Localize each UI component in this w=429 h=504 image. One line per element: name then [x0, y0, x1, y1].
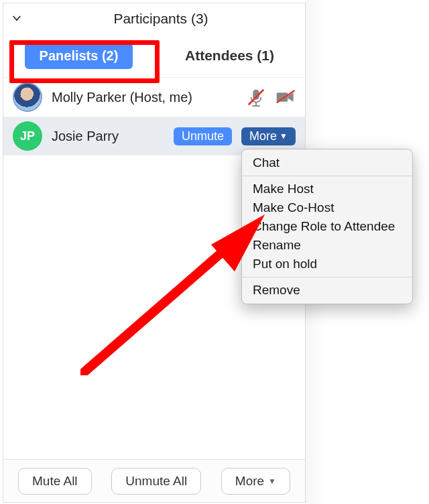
- avatar: [13, 82, 42, 112]
- avatar: JP: [13, 121, 42, 151]
- screenshot-canvas: Participants (3) Panelists (2) Attendees…: [0, 0, 429, 504]
- menu-separator: [242, 176, 412, 176]
- avatar-initials: JP: [20, 129, 35, 143]
- menu-item-make-cohost[interactable]: Make Co-Host: [242, 198, 412, 217]
- menu-item-make-host[interactable]: Make Host: [242, 180, 412, 198]
- chevron-down-icon: ▼: [268, 477, 276, 486]
- camera-off-icon: [275, 87, 296, 107]
- row-more-label: More: [249, 129, 277, 143]
- mic-muted-icon: [246, 87, 266, 107]
- participant-row[interactable]: Molly Parker (Host, me): [3, 78, 305, 117]
- panel-title: Participants (3): [17, 11, 305, 27]
- tab-panelists[interactable]: Panelists (2): [3, 43, 154, 69]
- menu-item-rename[interactable]: Rename: [242, 236, 412, 255]
- unmute-all-button[interactable]: Unmute All: [111, 468, 201, 495]
- panelists-list: Molly Parker (Host, me): [3, 77, 305, 155]
- participant-name: Josie Parry: [52, 129, 164, 144]
- panel-header: Participants (3): [3, 3, 305, 34]
- tab-panelists-label: Panelists (2): [25, 43, 133, 69]
- participant-more-menu: Chat Make Host Make Co-Host Change Role …: [241, 149, 413, 304]
- mute-all-button[interactable]: Mute All: [18, 468, 92, 495]
- menu-item-remove[interactable]: Remove: [242, 281, 412, 300]
- menu-item-put-on-hold[interactable]: Put on hold: [242, 255, 412, 273]
- unmute-label: Unmute: [182, 129, 224, 143]
- participant-name: Molly Parker (Host, me): [52, 90, 237, 105]
- row-more-button[interactable]: More ▼: [241, 127, 296, 145]
- menu-item-chat[interactable]: Chat: [242, 153, 412, 172]
- tab-attendees[interactable]: Attendees (1): [154, 48, 305, 64]
- chevron-down-icon: ▼: [280, 131, 288, 141]
- unmute-button[interactable]: Unmute: [174, 127, 232, 145]
- panel-footer: Mute All Unmute All More ▼: [3, 459, 305, 502]
- menu-separator: [242, 277, 412, 277]
- menu-item-change-role[interactable]: Change Role to Attendee: [242, 217, 412, 236]
- mute-all-label: Mute All: [32, 474, 78, 489]
- footer-more-button[interactable]: More ▼: [221, 468, 290, 495]
- unmute-all-label: Unmute All: [125, 474, 187, 489]
- footer-more-label: More: [235, 474, 264, 489]
- tabs-row: Panelists (2) Attendees (1): [3, 34, 305, 77]
- tab-attendees-label: Attendees (1): [185, 48, 274, 63]
